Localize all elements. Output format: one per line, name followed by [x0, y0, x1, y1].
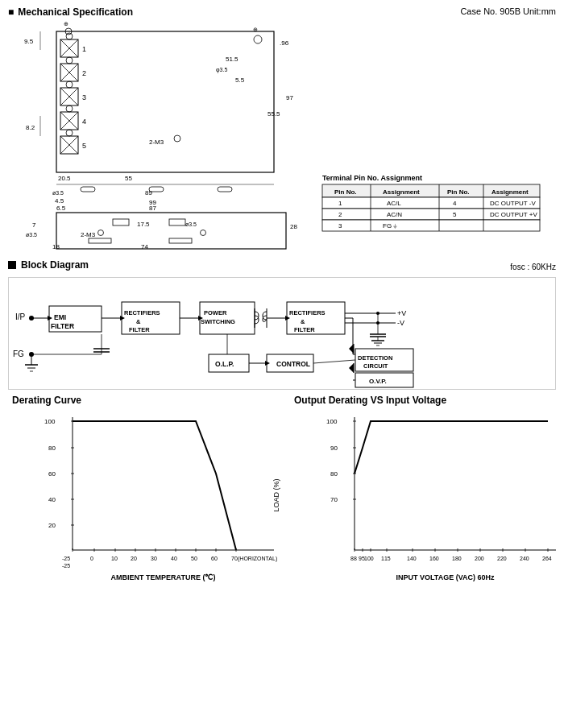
mech-drawing: 1 2 3 4 — [8, 19, 556, 254]
svg-text:.96: .96 — [280, 39, 289, 47]
svg-text:FILTER: FILTER — [294, 326, 315, 333]
output-derating-title: Output Derating VS Input Voltage — [294, 395, 446, 406]
svg-rect-61 — [169, 219, 185, 225]
svg-text:264: 264 — [542, 556, 552, 561]
derating-curve-header: Derating Curve — [8, 395, 282, 406]
svg-text:(HORIZONTAL): (HORIZONTAL) — [238, 556, 277, 562]
svg-rect-0 — [56, 31, 274, 172]
pin4-label: 4 — [82, 118, 86, 126]
svg-text:DETECTION: DETECTION — [358, 354, 392, 362]
mech-spec-label: Mechanical Specification — [18, 6, 133, 18]
svg-text:Pin No.: Pin No. — [334, 188, 357, 196]
svg-text:17.5: 17.5 — [137, 221, 150, 228]
svg-point-16 — [66, 105, 73, 112]
svg-rect-44 — [81, 187, 95, 192]
svg-text:5: 5 — [453, 211, 457, 218]
svg-text:70: 70 — [330, 496, 338, 503]
svg-text:3: 3 — [338, 222, 342, 230]
svg-text:5.5: 5.5 — [235, 77, 245, 84]
svg-point-12 — [66, 81, 73, 88]
svg-text:6.5: 6.5 — [56, 205, 66, 212]
svg-text:Terminal Pin No. Assignment: Terminal Pin No. Assignment — [322, 174, 422, 182]
svg-text:89: 89 — [145, 189, 152, 196]
svg-text:FILTER: FILTER — [129, 326, 150, 333]
svg-text:FG: FG — [13, 350, 24, 358]
derating-curve-svg: 100 80 60 40 20 -25 -25 — [44, 409, 282, 570]
svg-text:CONTROL: CONTROL — [276, 360, 310, 368]
svg-text:60: 60 — [48, 470, 56, 478]
svg-marker-141 — [349, 344, 354, 354]
svg-text:88: 88 — [350, 556, 357, 561]
svg-text:I/P: I/P — [15, 312, 26, 321]
svg-text:φ3.5: φ3.5 — [216, 67, 227, 73]
block-diagram-title: Block Diagram — [8, 259, 89, 271]
case-info: Case No. 905B Unit:mm — [460, 6, 556, 16]
svg-text:SWITCHING: SWITCHING — [201, 318, 235, 325]
svg-text:EMI: EMI — [54, 313, 66, 321]
svg-text:20.5: 20.5 — [58, 175, 71, 182]
svg-text:200: 200 — [475, 556, 484, 561]
svg-text:20: 20 — [48, 522, 56, 529]
svg-text:115: 115 — [381, 556, 391, 561]
block-diagram-area: I/P FG EMI FILTER — [8, 277, 556, 390]
svg-text:140: 140 — [407, 556, 417, 561]
svg-text:2-M3: 2-M3 — [149, 139, 164, 146]
svg-text:DC OUTPUT +V: DC OUTPUT +V — [490, 211, 537, 218]
svg-text:&: & — [301, 318, 305, 325]
svg-text:O.L.P.: O.L.P. — [215, 360, 234, 368]
svg-text:100: 100 — [44, 418, 56, 425]
block-sq-icon — [8, 261, 16, 269]
svg-text:-25: -25 — [62, 556, 70, 561]
svg-text:74: 74 — [141, 243, 148, 250]
svg-text:CIRCUIT: CIRCUIT — [363, 362, 388, 370]
output-derating-wrapper: LOAD (%) 100 90 80 70 — [290, 409, 564, 581]
pin3-label: 3 — [82, 93, 86, 101]
svg-text:240: 240 — [520, 556, 529, 561]
svg-text:30: 30 — [151, 556, 157, 561]
svg-text:7: 7 — [32, 221, 36, 229]
svg-point-32 — [174, 135, 180, 142]
pin1-label: 1 — [82, 45, 86, 53]
svg-text:220: 220 — [497, 556, 507, 561]
pin5-label: 5 — [82, 142, 86, 150]
derating-curve-title: Derating Curve — [12, 395, 81, 406]
mech-sq-icon: ■ — [8, 6, 14, 18]
svg-text:80: 80 — [330, 470, 338, 478]
svg-text:9.5: 9.5 — [24, 38, 34, 45]
svg-text:RECTIFIERS: RECTIFIERS — [124, 309, 160, 316]
mech-spec-header: ■ Mechanical Specification Case No. 905B… — [8, 6, 556, 18]
svg-text:97: 97 — [286, 94, 293, 101]
svg-rect-46 — [218, 187, 232, 192]
svg-text:+V: +V — [397, 309, 406, 317]
svg-text:0: 0 — [90, 556, 93, 561]
svg-text:180: 180 — [452, 556, 462, 561]
output-derating-container: Output Derating VS Input Voltage LOAD (%… — [290, 395, 564, 581]
svg-text:&: & — [136, 318, 141, 325]
svg-text:-V: -V — [397, 319, 404, 327]
svg-point-53 — [98, 230, 104, 236]
curves-section: Derating Curve LOAD (%) 100 80 60 40 — [8, 395, 556, 581]
svg-text:87: 87 — [149, 205, 156, 212]
svg-marker-94 — [48, 316, 52, 321]
svg-text:60: 60 — [211, 556, 218, 561]
svg-text:55.5: 55.5 — [267, 110, 280, 118]
svg-text:⊕: ⊕ — [253, 27, 258, 32]
svg-text:70: 70 — [231, 556, 238, 561]
fosc-label: fosc : 60KHz — [510, 263, 556, 271]
svg-text:AC/N: AC/N — [387, 211, 402, 218]
pin2-label: 2 — [82, 69, 86, 77]
svg-marker-151 — [265, 361, 270, 366]
svg-text:50: 50 — [191, 556, 197, 561]
svg-rect-62 — [89, 238, 111, 243]
svg-text:-25: -25 — [62, 563, 70, 569]
svg-text:ø3.5: ø3.5 — [26, 232, 37, 238]
svg-text:AC/L: AC/L — [387, 200, 401, 207]
output-y-label: LOAD (%) — [272, 478, 280, 511]
svg-text:2: 2 — [338, 211, 342, 218]
svg-text:18: 18 — [52, 243, 60, 250]
page-container: ■ Mechanical Specification Case No. 905B… — [0, 0, 564, 588]
svg-text:160: 160 — [429, 556, 439, 561]
svg-text:RECTIFIERS: RECTIFIERS — [289, 309, 326, 316]
svg-text:90: 90 — [330, 445, 338, 452]
svg-text:55: 55 — [125, 175, 132, 182]
